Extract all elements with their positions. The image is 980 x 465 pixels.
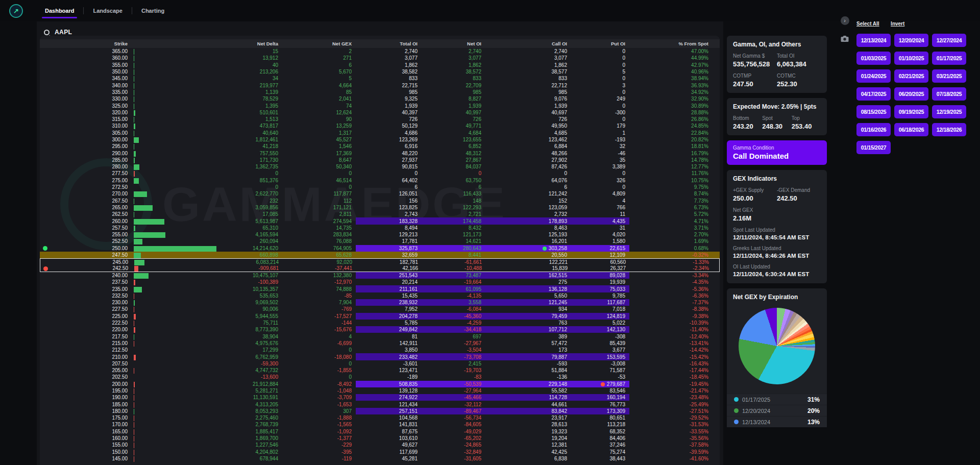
table-row[interactable]: 245.006,083,21492,020182,781-61,661122,2… [40,258,720,265]
table-row[interactable]: 202.50-13,6000-189-83-136-53-18.45% [40,374,720,380]
table-row[interactable]: 250.0014,214,620764,905325,873280,643303… [40,245,720,252]
expiry-date-button[interactable]: 02/21/2025 [894,69,928,83]
table-row[interactable]: 257.5065,31014,7358,4948,4328,463313.71% [40,225,720,231]
table-row[interactable]: 295.0041,2181,5466,9166,8526,8843218.81% [40,143,720,150]
expiry-date-button[interactable]: 01/10/2025 [894,52,928,65]
table-row[interactable]: 232.50535,653-8515,435-4,1355,6509,785-6… [40,292,720,299]
table-row[interactable]: 320.00510,60112,62440,39740,99740,697-30… [40,109,720,116]
expiry-date-button[interactable]: 12/13/2024 [856,34,891,47]
table-row[interactable]: 305.0040,6401,3174,6864,6844,685122.84% [40,130,720,136]
expiry-date-button[interactable]: 01/24/2025 [856,69,891,83]
table-row[interactable]: 170.002,768,739-1,565141,831-84,60528,61… [40,421,720,428]
table-row[interactable]: 222.5075,711-1445,785-4,2597635,022-10.3… [40,320,720,326]
expiry-date-button[interactable]: 01/17/2025 [932,52,966,65]
table-row[interactable]: 285.00171,7308,64727,93727,86727,9023514… [40,157,720,163]
legend-item[interactable]: 01/17/202531% [727,394,827,405]
table-row[interactable]: 270.002,622,770117,877126,051116,433121,… [40,190,720,197]
table-row[interactable]: 310.00473,81713,25950,12949,77149,950179… [40,123,720,129]
table-row[interactable]: 260.005,613,987274,594183,328174,458178,… [40,217,720,224]
expiry-date-button[interactable]: 12/19/2025 [932,105,966,118]
select-all-link[interactable]: Select All [856,21,879,27]
camera-icon[interactable] [840,34,849,43]
table-row[interactable]: 237.50-100,389-12,97020,214-19,66427519,… [40,279,720,285]
table-row[interactable]: 247.50660,89865,62832,6598,44120,55012,1… [40,252,720,258]
column-header-put-oi[interactable]: Put OI [571,41,629,46]
table-row[interactable]: 315.001,51390726726726026.86% [40,116,720,123]
column-header-net-oi[interactable]: Net OI [422,41,485,46]
table-row[interactable]: 290.00757,55017,36948,22048,31248,266-46… [40,150,720,156]
table-row[interactable]: 190.0011,130,591-3,709274,922-45,466114,… [40,394,720,401]
table-row[interactable]: 207.50-59,3000-3,6012,415-593-3,008-16.4… [40,360,720,367]
search-input[interactable] [55,29,116,36]
expiry-date-button[interactable]: 04/17/2025 [856,87,891,101]
expiry-date-button[interactable]: 06/18/2026 [894,123,928,136]
column-header--from-spot[interactable]: % From Spot [629,41,720,46]
table-row[interactable]: 205.004,747,732-1,855123,471-19,70351,88… [40,367,720,374]
table-row[interactable]: 155.001,227,546-22949,627-24,86512,38137… [40,442,720,448]
table-row[interactable]: 210.006,762,959-18,080233,482-73,70879,8… [40,353,720,360]
tab-charting[interactable]: Charting [132,0,174,21]
tab-landscape[interactable]: Landscape [84,0,131,21]
expiry-date-button[interactable]: 09/19/2025 [894,105,928,118]
invert-link[interactable]: Invert [891,21,904,27]
expiry-date-button[interactable]: 07/18/2025 [932,87,966,101]
table-row[interactable]: 145.00678,944-11945,281-31,6056,83838,44… [40,455,720,462]
table-row[interactable]: 277.5000000011.76% [40,170,720,177]
table-row[interactable]: 350.00213,2065,67038,58238,57238,577540.… [40,68,720,75]
table-row[interactable]: 200.0021,912,884-8,492508,835-50,539229,… [40,381,720,387]
tab-dashboard[interactable]: Dashboard [36,0,83,21]
table-row[interactable]: 185.004,313,205-1,653121,434-32,11244,66… [40,401,720,407]
table-row[interactable]: 340.00219,9774,66422,71522,70922,712336.… [40,82,720,88]
expiry-date-button[interactable]: 06/20/2025 [894,87,928,101]
table-row[interactable]: 300.001,812,46145,527123,269123,655123,4… [40,136,720,143]
table-row[interactable]: 220.008,773,390-15,676249,842-34,418107,… [40,326,720,333]
app-logo-icon[interactable]: ↗ [9,4,23,18]
table-row[interactable]: 227.5090,006-7697,952-6,0849347,018-8.38… [40,306,720,312]
table-row[interactable]: 160.001,869,700-1,377103,610-65,20219,20… [40,435,720,442]
expiry-date-button[interactable]: 08/15/2025 [856,105,891,118]
table-row[interactable]: 275.00851,37646,51464,40263,75064,076326… [40,177,720,184]
table-row[interactable]: 242.50-909,681-37,44142,166-10,48815,839… [40,265,720,272]
expiry-date-button[interactable]: 01/15/2027 [856,141,891,154]
table-row[interactable]: 265.003,059,856171,121123,825122,293123,… [40,204,720,211]
table-row[interactable]: 235.0010,135,35774,888211,16161,095136,1… [40,285,720,292]
expiry-date-button[interactable]: 12/18/2026 [932,123,966,136]
legend-item[interactable]: 12/13/202413% [727,416,827,427]
column-header-call-oi[interactable]: Call OI [485,41,571,46]
expiry-date-button[interactable]: 01/03/2025 [856,52,891,65]
table-row[interactable]: 217.5038,904481697389-308-12.40% [40,333,720,339]
table-row[interactable]: 212.5017,29903,850-3,5041733,677-14.42% [40,347,720,353]
table-row[interactable]: 272.500066609.75% [40,184,720,190]
column-header-net-gex[interactable]: Net GEX [282,41,356,46]
table-row[interactable]: 150.004,204,802-395117,699-32,84942,4257… [40,449,720,455]
table-row[interactable]: 345.00345833833833038.94% [40,75,720,82]
legend-item[interactable]: 12/20/202420% [727,405,827,416]
table-row[interactable]: 360.0013,9122713,0773,0773,077044.99% [40,55,720,61]
column-header-strike[interactable]: Strike [40,41,132,46]
table-row[interactable]: 215.004,975,676-6,699142,911-27,96757,47… [40,340,720,347]
table-row[interactable]: 365.001522,7402,7402,740047.00% [40,48,720,55]
collapse-panel-icon[interactable]: › [841,16,849,25]
table-row[interactable]: 280.001,362,73550,34090,81584,03787,4263… [40,163,720,170]
expiry-date-button[interactable]: 12/20/2024 [894,34,928,47]
table-row[interactable]: 262.5017,0852,8112,7432,7212,732115.72% [40,211,720,217]
table-row[interactable]: 355.004061,8621,8621,862042.97% [40,62,720,68]
table-row[interactable]: 195.005,281,271-1,048139,128-27,96455,58… [40,387,720,394]
table-row[interactable]: 325.001,395741,9391,9391,939030.89% [40,102,720,109]
column-header-total-oi[interactable]: Total OI [356,41,422,46]
table-row[interactable]: 175.002,275,460-1,888104,568-56,73423,91… [40,414,720,421]
expiry-date-button[interactable]: 12/27/2024 [932,34,966,47]
expiry-date-button[interactable]: 01/16/2026 [856,123,891,136]
table-row[interactable]: 330.0078,5292,0419,3258,8279,07624932.90… [40,95,720,102]
table-row[interactable]: 255.004,165,594283,834129,213121,173125,… [40,231,720,238]
column-header-net-delta[interactable]: Net Delta [132,41,282,46]
expiry-date-button[interactable]: 03/21/2025 [932,69,966,83]
table-row[interactable]: 335.001,13985985985985034.92% [40,89,720,95]
table-row[interactable]: 165.001,885,417-1,09287,675-49,02919,323… [40,428,720,435]
table-row[interactable]: 267.5023211215614815247.73% [40,198,720,204]
table-row[interactable]: 252.50260,09476,08817,78114,62116,2011,5… [40,238,720,244]
table-row[interactable]: 230.009,069,5027,904238,9323,558121,2451… [40,299,720,306]
table-row[interactable]: 240.0010,475,107132,380251,54373,487162,… [40,272,720,279]
table-row[interactable]: 225.005,944,555-17,527204,278-45,36079,4… [40,313,720,320]
table-row[interactable]: 180.008,053,293307257,151-89,46783,84217… [40,408,720,414]
